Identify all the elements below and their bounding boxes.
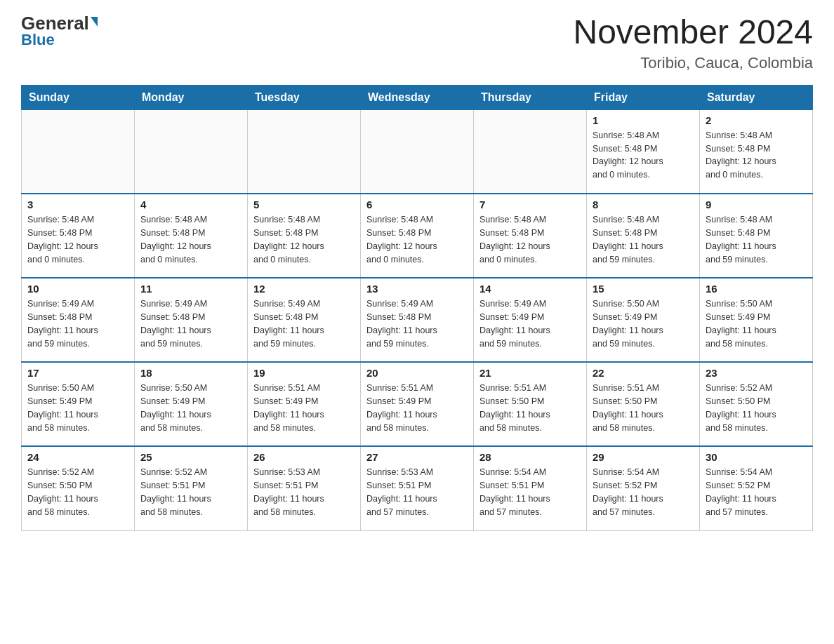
calendar-header-row: Sunday Monday Tuesday Wednesday Thursday… xyxy=(22,85,813,109)
col-friday: Friday xyxy=(587,85,700,109)
table-row: 27Sunrise: 5:53 AMSunset: 5:51 PMDayligh… xyxy=(361,446,474,530)
table-row: 14Sunrise: 5:49 AMSunset: 5:49 PMDayligh… xyxy=(474,278,587,362)
day-info: Sunrise: 5:50 AMSunset: 5:49 PMDaylight:… xyxy=(27,382,128,434)
table-row xyxy=(474,109,587,194)
day-number: 23 xyxy=(706,367,807,379)
day-number: 11 xyxy=(140,283,241,295)
main-title: November 2024 xyxy=(573,14,813,51)
day-number: 22 xyxy=(593,367,694,379)
day-info: Sunrise: 5:54 AMSunset: 5:51 PMDaylight:… xyxy=(479,466,581,518)
day-number: 25 xyxy=(140,451,241,463)
title-area: November 2024 Toribio, Cauca, Colombia xyxy=(573,14,813,72)
day-info: Sunrise: 5:48 AMSunset: 5:48 PMDaylight:… xyxy=(27,213,128,266)
col-sunday: Sunday xyxy=(22,85,135,109)
day-info: Sunrise: 5:49 AMSunset: 5:48 PMDaylight:… xyxy=(253,297,355,350)
day-number: 18 xyxy=(140,367,241,379)
day-info: Sunrise: 5:48 AMSunset: 5:48 PMDaylight:… xyxy=(253,213,355,266)
day-number: 4 xyxy=(140,199,241,210)
table-row: 23Sunrise: 5:52 AMSunset: 5:50 PMDayligh… xyxy=(700,362,813,446)
day-info: Sunrise: 5:49 AMSunset: 5:49 PMDaylight:… xyxy=(479,297,581,350)
day-number: 30 xyxy=(706,451,807,463)
subtitle: Toribio, Cauca, Colombia xyxy=(573,54,813,72)
table-row: 20Sunrise: 5:51 AMSunset: 5:49 PMDayligh… xyxy=(361,362,474,446)
day-number: 29 xyxy=(593,451,694,463)
day-number: 10 xyxy=(27,283,128,295)
logo-text: General xyxy=(21,14,98,32)
day-number: 5 xyxy=(253,199,355,210)
day-info: Sunrise: 5:54 AMSunset: 5:52 PMDaylight:… xyxy=(706,466,807,518)
table-row: 26Sunrise: 5:53 AMSunset: 5:51 PMDayligh… xyxy=(248,446,361,530)
day-number: 17 xyxy=(27,367,128,379)
day-info: Sunrise: 5:48 AMSunset: 5:48 PMDaylight:… xyxy=(593,129,694,182)
day-number: 15 xyxy=(593,283,694,295)
calendar-week-row: 24Sunrise: 5:52 AMSunset: 5:50 PMDayligh… xyxy=(22,446,813,530)
day-info: Sunrise: 5:52 AMSunset: 5:50 PMDaylight:… xyxy=(27,466,128,518)
table-row: 6Sunrise: 5:48 AMSunset: 5:48 PMDaylight… xyxy=(361,194,474,278)
day-info: Sunrise: 5:51 AMSunset: 5:50 PMDaylight:… xyxy=(479,382,581,434)
day-number: 14 xyxy=(479,283,581,295)
table-row: 25Sunrise: 5:52 AMSunset: 5:51 PMDayligh… xyxy=(135,446,248,530)
table-row: 30Sunrise: 5:54 AMSunset: 5:52 PMDayligh… xyxy=(700,446,813,530)
table-row: 21Sunrise: 5:51 AMSunset: 5:50 PMDayligh… xyxy=(474,362,587,446)
table-row xyxy=(361,109,474,194)
day-info: Sunrise: 5:54 AMSunset: 5:52 PMDaylight:… xyxy=(593,466,694,518)
day-info: Sunrise: 5:48 AMSunset: 5:48 PMDaylight:… xyxy=(706,129,807,182)
day-info: Sunrise: 5:50 AMSunset: 5:49 PMDaylight:… xyxy=(593,297,694,350)
day-info: Sunrise: 5:48 AMSunset: 5:48 PMDaylight:… xyxy=(140,213,241,266)
col-tuesday: Tuesday xyxy=(248,85,361,109)
day-info: Sunrise: 5:52 AMSunset: 5:50 PMDaylight:… xyxy=(706,382,807,434)
day-number: 8 xyxy=(593,199,694,210)
day-info: Sunrise: 5:49 AMSunset: 5:48 PMDaylight:… xyxy=(366,297,468,350)
day-info: Sunrise: 5:49 AMSunset: 5:48 PMDaylight:… xyxy=(140,297,241,350)
table-row xyxy=(248,109,361,194)
logo: General Blue xyxy=(21,14,98,49)
calendar-week-row: 17Sunrise: 5:50 AMSunset: 5:49 PMDayligh… xyxy=(22,362,813,446)
table-row: 3Sunrise: 5:48 AMSunset: 5:48 PMDaylight… xyxy=(22,194,135,278)
day-info: Sunrise: 5:49 AMSunset: 5:48 PMDaylight:… xyxy=(27,297,128,350)
day-number: 26 xyxy=(253,451,355,463)
table-row: 9Sunrise: 5:48 AMSunset: 5:48 PMDaylight… xyxy=(700,194,813,278)
table-row: 1Sunrise: 5:48 AMSunset: 5:48 PMDaylight… xyxy=(587,109,700,194)
day-number: 7 xyxy=(479,199,581,210)
calendar-table: Sunday Monday Tuesday Wednesday Thursday… xyxy=(21,85,813,531)
day-number: 2 xyxy=(706,114,807,126)
calendar-week-row: 10Sunrise: 5:49 AMSunset: 5:48 PMDayligh… xyxy=(22,278,813,362)
day-info: Sunrise: 5:48 AMSunset: 5:48 PMDaylight:… xyxy=(706,213,807,266)
day-info: Sunrise: 5:53 AMSunset: 5:51 PMDaylight:… xyxy=(366,466,468,518)
table-row: 12Sunrise: 5:49 AMSunset: 5:48 PMDayligh… xyxy=(248,278,361,362)
col-monday: Monday xyxy=(135,85,248,109)
day-info: Sunrise: 5:50 AMSunset: 5:49 PMDaylight:… xyxy=(140,382,241,434)
table-row: 11Sunrise: 5:49 AMSunset: 5:48 PMDayligh… xyxy=(135,278,248,362)
table-row: 15Sunrise: 5:50 AMSunset: 5:49 PMDayligh… xyxy=(587,278,700,362)
logo-triangle-icon xyxy=(91,17,98,27)
day-info: Sunrise: 5:48 AMSunset: 5:48 PMDaylight:… xyxy=(479,213,581,266)
day-info: Sunrise: 5:51 AMSunset: 5:50 PMDaylight:… xyxy=(593,382,694,434)
day-info: Sunrise: 5:51 AMSunset: 5:49 PMDaylight:… xyxy=(253,382,355,434)
day-number: 24 xyxy=(27,451,128,463)
day-info: Sunrise: 5:53 AMSunset: 5:51 PMDaylight:… xyxy=(253,466,355,518)
day-number: 21 xyxy=(479,367,581,379)
day-number: 3 xyxy=(27,199,128,210)
col-thursday: Thursday xyxy=(474,85,587,109)
day-info: Sunrise: 5:52 AMSunset: 5:51 PMDaylight:… xyxy=(140,466,241,518)
day-info: Sunrise: 5:50 AMSunset: 5:49 PMDaylight:… xyxy=(706,297,807,350)
day-number: 1 xyxy=(593,114,694,126)
day-number: 16 xyxy=(706,283,807,295)
table-row xyxy=(135,109,248,194)
table-row xyxy=(22,109,135,194)
calendar-week-row: 1Sunrise: 5:48 AMSunset: 5:48 PMDaylight… xyxy=(22,109,813,194)
day-number: 6 xyxy=(366,199,468,210)
table-row: 16Sunrise: 5:50 AMSunset: 5:49 PMDayligh… xyxy=(700,278,813,362)
col-saturday: Saturday xyxy=(700,85,813,109)
table-row: 13Sunrise: 5:49 AMSunset: 5:48 PMDayligh… xyxy=(361,278,474,362)
table-row: 17Sunrise: 5:50 AMSunset: 5:49 PMDayligh… xyxy=(22,362,135,446)
day-info: Sunrise: 5:48 AMSunset: 5:48 PMDaylight:… xyxy=(366,213,468,266)
table-row: 19Sunrise: 5:51 AMSunset: 5:49 PMDayligh… xyxy=(248,362,361,446)
table-row: 18Sunrise: 5:50 AMSunset: 5:49 PMDayligh… xyxy=(135,362,248,446)
logo-blue: Blue xyxy=(21,31,55,49)
table-row: 2Sunrise: 5:48 AMSunset: 5:48 PMDaylight… xyxy=(700,109,813,194)
day-number: 27 xyxy=(366,451,468,463)
table-row: 4Sunrise: 5:48 AMSunset: 5:48 PMDaylight… xyxy=(135,194,248,278)
day-number: 19 xyxy=(253,367,355,379)
day-info: Sunrise: 5:48 AMSunset: 5:48 PMDaylight:… xyxy=(593,213,694,266)
